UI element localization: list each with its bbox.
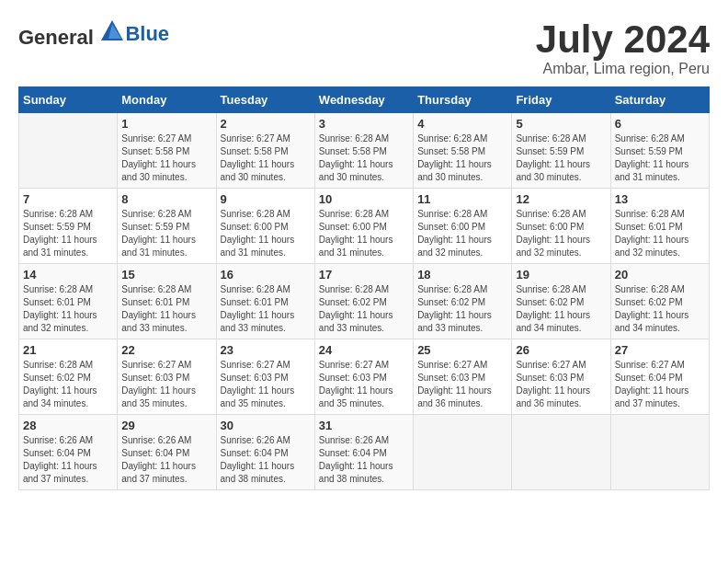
calendar-header-row: SundayMondayTuesdayWednesdayThursdayFrid… — [19, 87, 710, 113]
calendar-cell: 9Sunrise: 6:28 AMSunset: 6:00 PMDaylight… — [216, 189, 314, 264]
day-detail: Sunrise: 6:27 AMSunset: 6:03 PMDaylight:… — [417, 359, 507, 410]
day-detail: Sunrise: 6:28 AMSunset: 5:59 PMDaylight:… — [516, 132, 606, 184]
calendar-cell: 12Sunrise: 6:28 AMSunset: 6:00 PMDayligh… — [512, 189, 610, 264]
column-header-wednesday: Wednesday — [314, 87, 413, 113]
day-detail: Sunrise: 6:27 AMSunset: 6:04 PMDaylight:… — [615, 359, 705, 410]
day-detail: Sunrise: 6:28 AMSunset: 5:59 PMDaylight:… — [23, 208, 113, 259]
calendar-cell: 28Sunrise: 6:26 AMSunset: 6:04 PMDayligh… — [19, 415, 118, 490]
day-number: 17 — [319, 268, 409, 282]
day-detail: Sunrise: 6:28 AMSunset: 6:02 PMDaylight:… — [615, 283, 705, 335]
day-detail: Sunrise: 6:28 AMSunset: 6:00 PMDaylight:… — [417, 208, 507, 259]
logo-text-blue: Blue — [125, 22, 169, 45]
day-detail: Sunrise: 6:28 AMSunset: 6:00 PMDaylight:… — [221, 208, 311, 259]
column-header-sunday: Sunday — [19, 87, 118, 113]
day-detail: Sunrise: 6:27 AMSunset: 6:03 PMDaylight:… — [516, 359, 606, 410]
day-number: 26 — [516, 343, 606, 357]
day-number: 2 — [221, 117, 311, 131]
day-detail: Sunrise: 6:28 AMSunset: 6:00 PMDaylight:… — [516, 208, 606, 259]
day-number: 5 — [516, 117, 606, 131]
day-number: 1 — [121, 117, 211, 131]
day-detail: Sunrise: 6:27 AMSunset: 6:03 PMDaylight:… — [121, 359, 211, 410]
calendar-cell: 19Sunrise: 6:28 AMSunset: 6:02 PMDayligh… — [512, 264, 610, 339]
calendar-cell: 20Sunrise: 6:28 AMSunset: 6:02 PMDayligh… — [610, 264, 709, 339]
calendar-cell: 30Sunrise: 6:26 AMSunset: 6:04 PMDayligh… — [216, 415, 314, 490]
day-number: 19 — [516, 268, 606, 282]
column-header-tuesday: Tuesday — [216, 87, 314, 113]
calendar-cell: 8Sunrise: 6:28 AMSunset: 5:59 PMDaylight… — [118, 189, 216, 264]
day-detail: Sunrise: 6:28 AMSunset: 6:02 PMDaylight:… — [319, 283, 409, 335]
calendar-cell: 24Sunrise: 6:27 AMSunset: 6:03 PMDayligh… — [314, 339, 413, 415]
calendar-cell: 2Sunrise: 6:27 AMSunset: 5:58 PMDaylight… — [216, 113, 314, 189]
calendar-cell: 11Sunrise: 6:28 AMSunset: 6:00 PMDayligh… — [414, 189, 512, 264]
day-number: 15 — [121, 268, 211, 282]
calendar-cell: 1Sunrise: 6:27 AMSunset: 5:58 PMDaylight… — [118, 113, 216, 189]
calendar-cell: 25Sunrise: 6:27 AMSunset: 6:03 PMDayligh… — [414, 339, 512, 415]
day-detail: Sunrise: 6:28 AMSunset: 5:59 PMDaylight:… — [615, 132, 705, 184]
calendar-cell — [19, 113, 118, 189]
calendar-cell: 3Sunrise: 6:28 AMSunset: 5:58 PMDaylight… — [314, 113, 413, 189]
calendar-cell: 27Sunrise: 6:27 AMSunset: 6:04 PMDayligh… — [610, 339, 709, 415]
calendar-table: SundayMondayTuesdayWednesdayThursdayFrid… — [18, 86, 710, 490]
day-detail: Sunrise: 6:27 AMSunset: 6:03 PMDaylight:… — [221, 359, 311, 410]
day-detail: Sunrise: 6:27 AMSunset: 6:03 PMDaylight:… — [319, 359, 409, 410]
calendar-cell: 6Sunrise: 6:28 AMSunset: 5:59 PMDaylight… — [610, 113, 709, 189]
week-row-4: 21Sunrise: 6:28 AMSunset: 6:02 PMDayligh… — [19, 339, 710, 415]
day-detail: Sunrise: 6:28 AMSunset: 6:02 PMDaylight:… — [23, 359, 113, 410]
day-detail: Sunrise: 6:26 AMSunset: 6:04 PMDaylight:… — [221, 434, 311, 486]
day-detail: Sunrise: 6:27 AMSunset: 5:58 PMDaylight:… — [121, 132, 211, 184]
calendar-cell: 18Sunrise: 6:28 AMSunset: 6:02 PMDayligh… — [414, 264, 512, 339]
day-detail: Sunrise: 6:28 AMSunset: 6:01 PMDaylight:… — [615, 208, 705, 259]
day-number: 6 — [615, 117, 705, 131]
column-header-friday: Friday — [512, 87, 610, 113]
day-detail: Sunrise: 6:28 AMSunset: 5:59 PMDaylight:… — [121, 208, 211, 259]
week-row-5: 28Sunrise: 6:26 AMSunset: 6:04 PMDayligh… — [19, 415, 710, 490]
title-area: July 2024 Ambar, Lima region, Peru — [536, 18, 710, 77]
day-number: 27 — [615, 343, 705, 357]
day-number: 18 — [417, 268, 507, 282]
calendar-cell: 10Sunrise: 6:28 AMSunset: 6:00 PMDayligh… — [314, 189, 413, 264]
day-detail: Sunrise: 6:28 AMSunset: 6:01 PMDaylight:… — [221, 283, 311, 335]
calendar-cell: 22Sunrise: 6:27 AMSunset: 6:03 PMDayligh… — [118, 339, 216, 415]
main-title: July 2024 — [536, 18, 710, 61]
calendar-cell: 14Sunrise: 6:28 AMSunset: 6:01 PMDayligh… — [19, 264, 118, 339]
calendar-cell: 5Sunrise: 6:28 AMSunset: 5:59 PMDaylight… — [512, 113, 610, 189]
logo-icon — [99, 18, 125, 44]
day-number: 29 — [121, 419, 211, 432]
week-row-1: 1Sunrise: 6:27 AMSunset: 5:58 PMDaylight… — [19, 113, 710, 189]
calendar-cell: 7Sunrise: 6:28 AMSunset: 5:59 PMDaylight… — [19, 189, 118, 264]
logo-text-general: General — [18, 26, 94, 49]
day-detail: Sunrise: 6:28 AMSunset: 6:00 PMDaylight:… — [319, 208, 409, 259]
day-detail: Sunrise: 6:26 AMSunset: 6:04 PMDaylight:… — [121, 434, 211, 486]
day-number: 25 — [417, 343, 507, 357]
week-row-2: 7Sunrise: 6:28 AMSunset: 5:59 PMDaylight… — [19, 189, 710, 264]
day-number: 3 — [319, 117, 409, 131]
day-number: 20 — [615, 268, 705, 282]
day-number: 16 — [221, 268, 311, 282]
day-number: 9 — [221, 192, 311, 206]
day-number: 11 — [417, 192, 507, 206]
page-header: General Blue July 2024 Ambar, Lima regio… — [18, 18, 710, 77]
day-number: 13 — [615, 192, 705, 206]
calendar-cell — [512, 415, 610, 490]
calendar-cell: 13Sunrise: 6:28 AMSunset: 6:01 PMDayligh… — [610, 189, 709, 264]
column-header-thursday: Thursday — [414, 87, 512, 113]
day-detail: Sunrise: 6:26 AMSunset: 6:04 PMDaylight:… — [23, 434, 113, 486]
calendar-cell — [610, 415, 709, 490]
day-detail: Sunrise: 6:28 AMSunset: 6:01 PMDaylight:… — [23, 283, 113, 335]
subtitle: Ambar, Lima region, Peru — [536, 61, 710, 77]
week-row-3: 14Sunrise: 6:28 AMSunset: 6:01 PMDayligh… — [19, 264, 710, 339]
calendar-cell: 21Sunrise: 6:28 AMSunset: 6:02 PMDayligh… — [19, 339, 118, 415]
calendar-cell: 29Sunrise: 6:26 AMSunset: 6:04 PMDayligh… — [118, 415, 216, 490]
column-header-saturday: Saturday — [610, 87, 709, 113]
calendar-cell: 16Sunrise: 6:28 AMSunset: 6:01 PMDayligh… — [216, 264, 314, 339]
day-detail: Sunrise: 6:28 AMSunset: 6:02 PMDaylight:… — [417, 283, 507, 335]
calendar-cell — [414, 415, 512, 490]
day-number: 23 — [221, 343, 311, 357]
day-detail: Sunrise: 6:28 AMSunset: 5:58 PMDaylight:… — [319, 132, 409, 184]
day-detail: Sunrise: 6:27 AMSunset: 5:58 PMDaylight:… — [221, 132, 311, 184]
calendar-cell: 26Sunrise: 6:27 AMSunset: 6:03 PMDayligh… — [512, 339, 610, 415]
calendar-cell: 31Sunrise: 6:26 AMSunset: 6:04 PMDayligh… — [314, 415, 413, 490]
calendar-cell: 4Sunrise: 6:28 AMSunset: 5:58 PMDaylight… — [414, 113, 512, 189]
calendar-cell: 15Sunrise: 6:28 AMSunset: 6:01 PMDayligh… — [118, 264, 216, 339]
day-number: 24 — [319, 343, 409, 357]
